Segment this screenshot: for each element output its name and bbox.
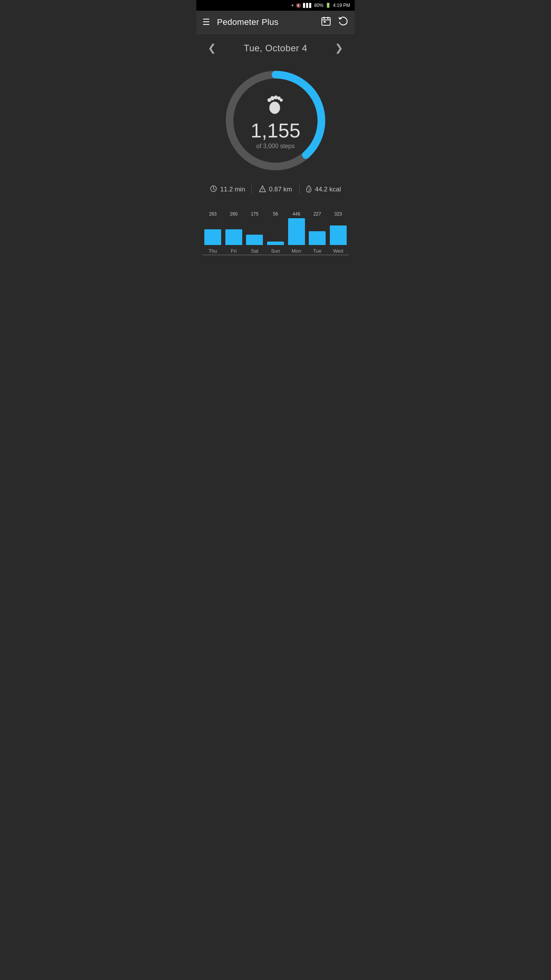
bar-value-label: 323 bbox=[334, 211, 342, 217]
stat-time: 11.2 min bbox=[204, 185, 251, 194]
app-header: ☰ Pedometer Plus bbox=[196, 11, 355, 34]
chart-section: 263Thu260Fri175Sat56Sun446Mon227Tue323We… bbox=[196, 205, 355, 267]
date-nav: ❮ Tue, October 4 ❯ bbox=[196, 34, 355, 59]
bar-group: 56Sun bbox=[265, 211, 286, 254]
status-icons: ⌖ 🔇 ▋▋▋ 80% 🔋 4:19 PM bbox=[291, 3, 350, 8]
stat-distance: 0.87 km bbox=[252, 185, 299, 194]
time-value: 11.2 min bbox=[220, 186, 245, 193]
current-date-label: Tue, October 4 bbox=[244, 43, 307, 54]
svg-point-7 bbox=[270, 96, 274, 100]
distance-icon bbox=[259, 185, 266, 194]
next-day-button[interactable]: ❯ bbox=[331, 41, 347, 56]
bar-value-label: 263 bbox=[209, 211, 217, 217]
time-icon bbox=[210, 185, 217, 194]
bar-group: 323Wed bbox=[328, 211, 349, 254]
chart-baseline bbox=[202, 255, 349, 255]
bar-day-label: Sun bbox=[271, 248, 280, 254]
bar-day-label: Sat bbox=[251, 248, 259, 254]
battery-percent: 80% bbox=[314, 3, 323, 8]
menu-icon[interactable]: ☰ bbox=[202, 17, 210, 27]
svg-rect-4 bbox=[324, 21, 326, 23]
calories-value: 44.2 kcal bbox=[315, 186, 341, 193]
signal-icon: ▋▋▋ bbox=[303, 3, 312, 8]
bar-group: 260Fri bbox=[223, 211, 245, 254]
bar-group: 175Sat bbox=[244, 211, 265, 254]
bar bbox=[225, 229, 242, 245]
prev-day-button[interactable]: ❮ bbox=[204, 41, 220, 56]
bar-day-label: Mon bbox=[292, 248, 301, 254]
bar-value-label: 56 bbox=[273, 211, 278, 217]
volume-icon: 🔇 bbox=[296, 3, 301, 8]
svg-point-5 bbox=[269, 102, 280, 114]
bar-value-label: 446 bbox=[293, 211, 300, 217]
bar bbox=[288, 218, 305, 245]
bar-day-label: Thu bbox=[209, 248, 217, 254]
progress-circle-container: 1,155 of 3,000 steps bbox=[222, 67, 329, 174]
bar-wrapper bbox=[223, 218, 245, 245]
circle-section: 1,155 of 3,000 steps bbox=[196, 59, 355, 178]
bar-day-label: Wed bbox=[333, 248, 344, 254]
distance-value: 0.87 km bbox=[269, 186, 292, 193]
header-actions bbox=[321, 16, 349, 29]
circle-inner-content: 1,155 of 3,000 steps bbox=[251, 92, 300, 150]
time-display: 4:19 PM bbox=[333, 3, 350, 8]
bar-wrapper bbox=[244, 218, 265, 245]
history-button[interactable] bbox=[338, 16, 349, 29]
svg-point-8 bbox=[274, 96, 278, 100]
svg-rect-0 bbox=[322, 18, 330, 25]
bar bbox=[309, 231, 326, 245]
bar bbox=[204, 229, 221, 245]
stats-row: 11.2 min 0.87 km 44.2 kcal bbox=[196, 178, 355, 201]
bar-wrapper bbox=[307, 218, 328, 245]
bar-group: 227Tue bbox=[307, 211, 328, 254]
bar-wrapper bbox=[202, 218, 223, 245]
bar-group: 446Mon bbox=[286, 211, 307, 254]
bar bbox=[246, 235, 263, 245]
bar-value-label: 175 bbox=[251, 211, 258, 217]
status-bar: ⌖ 🔇 ▋▋▋ 80% 🔋 4:19 PM bbox=[196, 0, 355, 11]
footprint-icon bbox=[265, 92, 286, 119]
bar bbox=[330, 225, 347, 245]
svg-line-13 bbox=[214, 189, 215, 190]
bar bbox=[267, 242, 284, 245]
bar-day-label: Fri bbox=[231, 248, 236, 254]
bar-value-label: 260 bbox=[230, 211, 238, 217]
svg-point-10 bbox=[280, 99, 283, 102]
app-title: Pedometer Plus bbox=[217, 17, 321, 27]
calories-icon bbox=[306, 185, 312, 194]
bluetooth-icon: ⌖ bbox=[291, 3, 294, 8]
steps-goal-label: of 3,000 steps bbox=[256, 143, 295, 150]
bar-wrapper bbox=[286, 218, 307, 245]
bar-group: 263Thu bbox=[202, 211, 223, 254]
bar-chart: 263Thu260Fri175Sat56Sun446Mon227Tue323We… bbox=[202, 212, 349, 255]
bar-wrapper bbox=[328, 218, 349, 245]
calendar-button[interactable] bbox=[321, 16, 331, 28]
steps-count: 1,155 bbox=[251, 121, 300, 140]
bar-day-label: Tue bbox=[313, 248, 321, 254]
bar-value-label: 227 bbox=[313, 211, 321, 217]
stat-calories: 44.2 kcal bbox=[300, 185, 347, 194]
bar-wrapper bbox=[265, 218, 286, 245]
battery-icon: 🔋 bbox=[325, 3, 331, 8]
